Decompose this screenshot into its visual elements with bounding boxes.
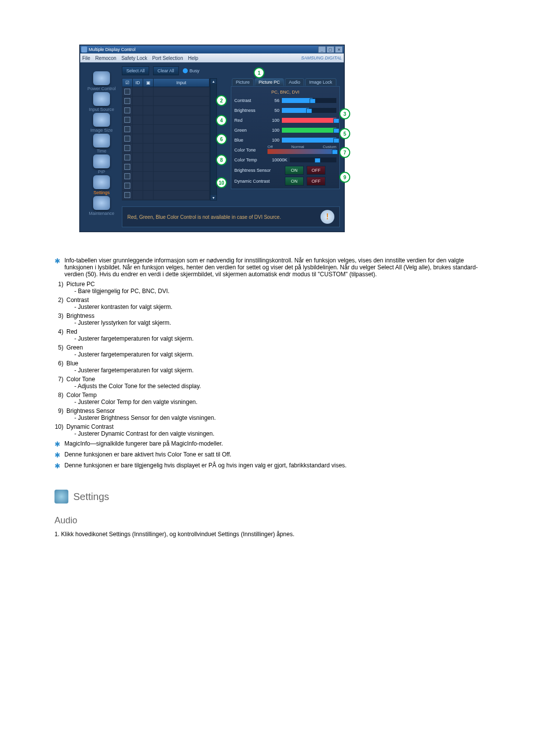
dynamic-contrast-off[interactable]: OFF	[307, 177, 325, 186]
busy-dot-icon	[183, 68, 188, 73]
titlebar: Multiple Display Control _ ▢ ✕	[80, 46, 344, 53]
row-checkbox[interactable]	[124, 89, 130, 95]
settings-panel: PC, BNC, DVI Contrast56Brightness50Red10…	[231, 86, 340, 189]
color-temp-slider[interactable]	[290, 157, 336, 162]
table-row[interactable]	[122, 97, 210, 106]
app-icon	[81, 47, 87, 52]
sidebar-item-pip[interactable]: PIP	[93, 154, 110, 174]
sidebar-icon	[93, 175, 110, 189]
green-slider[interactable]	[282, 128, 336, 133]
table-row[interactable]	[122, 125, 210, 134]
callout-8: 8	[216, 154, 227, 165]
table-row[interactable]	[122, 115, 210, 125]
star-icon: ✱	[54, 451, 60, 459]
menu-safety-lock[interactable]: Safety Lock	[121, 55, 147, 61]
red-slider[interactable]	[282, 118, 336, 123]
menu-help[interactable]: Help	[188, 55, 198, 61]
sidebar-item-settings[interactable]: Settings	[93, 175, 110, 195]
row-checkbox[interactable]	[124, 98, 130, 104]
list-item-desc: - Justerer Dynamic Contrast for den valg…	[74, 430, 481, 437]
row-red: Red100	[234, 116, 336, 125]
brightness-sensor-off[interactable]: OFF	[307, 166, 325, 175]
table-row[interactable]	[122, 144, 210, 153]
table-row[interactable]	[122, 134, 210, 144]
sidebar-item-maintenance[interactable]: Maintenance	[89, 196, 114, 216]
list-item-desc: - Justerer fargetemperaturen for valgt s…	[74, 335, 481, 342]
table-row[interactable]	[122, 172, 210, 181]
callout-7: 7	[339, 147, 350, 158]
table-row[interactable]	[122, 153, 210, 162]
contrast-slider[interactable]	[282, 98, 336, 103]
tab-picture-pc[interactable]: Picture PC	[255, 78, 284, 86]
table-row[interactable]	[122, 106, 210, 115]
menu-remocon[interactable]: Remocon	[95, 55, 116, 61]
callout-10: 10	[216, 177, 227, 188]
note-item: ✱Denne funksjonen er bare tilgjengelig h…	[54, 462, 481, 470]
row-checkbox[interactable]	[124, 154, 130, 160]
row-checkbox[interactable]	[124, 192, 130, 198]
list-item: 4)Red	[54, 328, 481, 335]
row-checkbox[interactable]	[124, 136, 130, 142]
sidebar-item-input-source[interactable]: Input Source	[89, 92, 114, 112]
select-all-button[interactable]: Select All	[122, 66, 149, 75]
minimize-button[interactable]: _	[318, 46, 326, 53]
th-check: ☑	[122, 79, 133, 87]
list-item-desc: - Bare tilgjengelig for PC, BNC, DVI.	[74, 288, 481, 295]
color-tone-slider[interactable]	[268, 149, 336, 154]
scroll-down-icon[interactable]: ▼	[211, 195, 216, 200]
table-header: ☑ ID ▣ Input	[122, 79, 210, 87]
audio-step-text: 1. Klikk hovedikonet Settings (Innstilli…	[54, 531, 481, 538]
row-checkbox[interactable]	[124, 126, 130, 132]
sidebar: Power ControlInput SourceImage SizeTimeP…	[84, 66, 119, 227]
list-item: 7)Color Tone	[54, 376, 481, 383]
list-item-desc: - Justerer lysstyrken for valgt skjerm.	[74, 319, 481, 326]
list-item: 10)Dynamic Contrast	[54, 423, 481, 430]
brand-label: SAMSUNG DIGITAL	[301, 55, 342, 60]
th-status: ▣	[143, 79, 154, 87]
close-button[interactable]: ✕	[335, 46, 343, 53]
settings-section-title: Settings	[73, 491, 109, 503]
app-window: Multiple Display Control _ ▢ ✕ File Remo…	[79, 45, 345, 232]
tab-picture[interactable]: Picture	[232, 78, 254, 86]
maximize-button[interactable]: ▢	[326, 46, 334, 53]
audio-subtitle: Audio	[54, 515, 481, 526]
scroll-up-icon[interactable]: ▲	[211, 79, 216, 84]
row-checkbox[interactable]	[124, 107, 130, 113]
star-icon: ✱	[54, 440, 60, 448]
blue-slider[interactable]	[282, 138, 336, 143]
row-brightness-sensor: Brightness Sensor ON OFF	[234, 165, 336, 175]
row-checkbox[interactable]	[124, 164, 130, 170]
list-item: 6)Blue	[54, 360, 481, 367]
table-row[interactable]	[122, 162, 210, 172]
tab-image-lock[interactable]: Image Lock	[305, 78, 336, 86]
list-item-desc: - Justerer kontrasten for valgt skjerm.	[74, 303, 481, 310]
row-checkbox[interactable]	[124, 183, 130, 189]
clear-all-button[interactable]: Clear All	[153, 66, 179, 75]
sidebar-icon	[93, 154, 110, 168]
source-label: PC, BNC, DVI	[234, 90, 336, 95]
row-checkbox[interactable]	[124, 145, 130, 151]
menu-file[interactable]: File	[82, 55, 90, 61]
table-row[interactable]	[122, 87, 210, 97]
note-item: ✱MagicInfo—signalkilde fungerer bare på …	[54, 440, 481, 448]
menu-port-selection[interactable]: Port Selection	[152, 55, 183, 61]
brightness-sensor-on[interactable]: ON	[285, 166, 304, 175]
th-input: Input	[154, 79, 210, 87]
brightness-slider[interactable]	[282, 108, 336, 113]
row-contrast: Contrast56	[234, 96, 336, 105]
dynamic-contrast-on[interactable]: ON	[285, 177, 304, 186]
row-checkbox[interactable]	[124, 117, 130, 123]
star-icon: ✱	[54, 257, 60, 278]
intro-text: Info-tabellen viser grunnleggende inform…	[64, 257, 481, 278]
sidebar-item-power-control[interactable]: Power Control	[87, 71, 115, 91]
list-item-desc: - Justerer Brightness Sensor for den val…	[74, 414, 481, 421]
tab-audio[interactable]: Audio	[285, 78, 304, 86]
sidebar-item-time[interactable]: Time	[93, 134, 110, 153]
note-item: ✱Denne funksjonen er bare aktivert hvis …	[54, 451, 481, 459]
row-checkbox[interactable]	[124, 173, 130, 179]
table-row[interactable]	[122, 191, 210, 200]
star-icon: ✱	[54, 462, 60, 470]
list-item: 2)Contrast	[54, 297, 481, 303]
sidebar-item-image-size[interactable]: Image Size	[90, 113, 112, 133]
table-row[interactable]	[122, 181, 210, 191]
